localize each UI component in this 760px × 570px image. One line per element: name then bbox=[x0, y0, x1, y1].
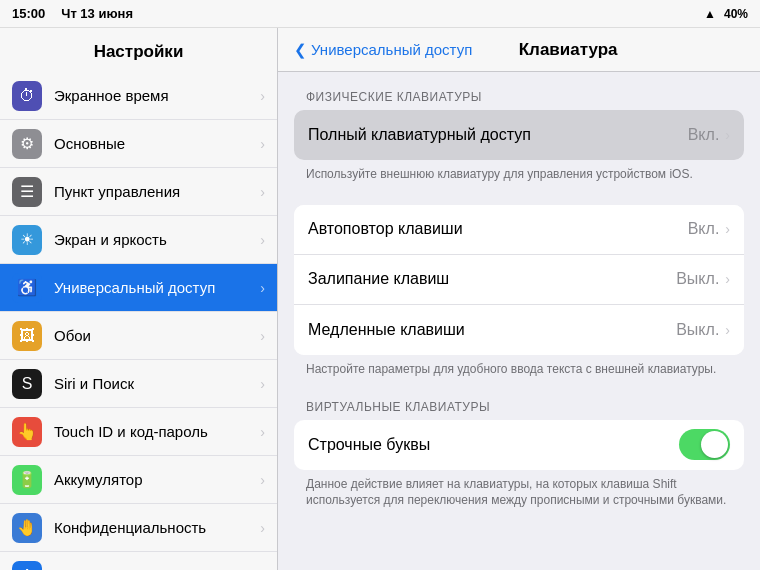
nav-back-button[interactable]: ❮ Универсальный доступ bbox=[294, 41, 472, 59]
content-area: ❮ Универсальный доступ Клавиатура ФИЗИЧЕ… bbox=[278, 28, 760, 570]
toggle-knob-lowercase bbox=[701, 431, 728, 458]
chevron-right-icon: › bbox=[725, 271, 730, 287]
privacy-icon: 🤚 bbox=[12, 513, 42, 543]
section-header-physical: ФИЗИЧЕСКИЕ КЛАВИАТУРЫ bbox=[294, 90, 744, 110]
siri-icon: S bbox=[12, 369, 42, 399]
main-layout: Настройки ⏱Экранное время›⚙Основные›☰Пун… bbox=[0, 28, 760, 570]
sidebar-item-wallpaper[interactable]: 🖼Обои› bbox=[0, 312, 277, 360]
section-body-physical2: Автоповтор клавишиВкл.›Залипание клавишВ… bbox=[294, 205, 744, 355]
sidebar-item-accessibility[interactable]: ♿Универсальный доступ› bbox=[0, 264, 277, 312]
sidebar: Настройки ⏱Экранное время›⚙Основные›☰Пун… bbox=[0, 28, 278, 570]
wallpaper-icon: 🖼 bbox=[12, 321, 42, 351]
sidebar-item-label-screentime: Экранное время bbox=[54, 87, 260, 104]
sidebar-item-label-wallpaper: Обои bbox=[54, 327, 260, 344]
sidebar-item-label-general: Основные bbox=[54, 135, 260, 152]
chevron-right-icon: › bbox=[260, 280, 265, 296]
chevron-right-icon: › bbox=[260, 328, 265, 344]
chevron-right-icon: › bbox=[260, 88, 265, 104]
controlcenter-icon: ☰ bbox=[12, 177, 42, 207]
sidebar-item-general[interactable]: ⚙Основные› bbox=[0, 120, 277, 168]
battery-status: 40% bbox=[724, 7, 748, 21]
settings-row-sticky[interactable]: Залипание клавишВыкл.› bbox=[294, 255, 744, 305]
status-date: Чт 13 июня bbox=[61, 6, 133, 21]
battery-icon: 🔋 bbox=[12, 465, 42, 495]
settings-content: ФИЗИЧЕСКИЕ КЛАВИАТУРЫПолный клавиатурный… bbox=[278, 72, 760, 570]
row-label-sticky: Залипание клавиш bbox=[308, 270, 676, 288]
row-value-sticky: Выкл. bbox=[676, 270, 719, 288]
status-time: 15:00 bbox=[12, 6, 45, 21]
chevron-right-icon: › bbox=[725, 322, 730, 338]
section-body-virtual: Строчные буквы bbox=[294, 420, 744, 470]
sidebar-item-display[interactable]: ☀Экран и яркость› bbox=[0, 216, 277, 264]
settings-row-autorepeat[interactable]: Автоповтор клавишиВкл.› bbox=[294, 205, 744, 255]
sidebar-item-siri[interactable]: SSiri и Поиск› bbox=[0, 360, 277, 408]
touchid-icon: 👆 bbox=[12, 417, 42, 447]
settings-row-fullkeyboard[interactable]: Полный клавиатурный доступВкл.› bbox=[294, 110, 744, 160]
chevron-right-icon: › bbox=[260, 472, 265, 488]
sidebar-title: Настройки bbox=[0, 28, 277, 72]
toggle-lowercase[interactable] bbox=[679, 429, 730, 460]
row-label-slow: Медленные клавиши bbox=[308, 321, 676, 339]
nav-back-label: Универсальный доступ bbox=[311, 41, 472, 58]
settings-row-slow[interactable]: Медленные клавишиВыкл.› bbox=[294, 305, 744, 355]
sidebar-item-screentime[interactable]: ⏱Экранное время› bbox=[0, 72, 277, 120]
section-footer-virtual: Данное действие влияет на клавиатуры, на… bbox=[294, 470, 744, 524]
accessibility-icon: ♿ bbox=[12, 273, 42, 303]
settings-row-lowercase[interactable]: Строчные буквы bbox=[294, 420, 744, 470]
row-label-autorepeat: Автоповтор клавиши bbox=[308, 220, 688, 238]
status-right: ▲ 40% bbox=[704, 7, 748, 21]
chevron-right-icon: › bbox=[260, 424, 265, 440]
status-bar: 15:00 Чт 13 июня ▲ 40% bbox=[0, 0, 760, 28]
sidebar-item-battery[interactable]: 🔋Аккумулятор› bbox=[0, 456, 277, 504]
sidebar-item-label-accessibility: Универсальный доступ bbox=[54, 279, 260, 296]
row-value-fullkeyboard: Вкл. bbox=[688, 126, 720, 144]
chevron-right-icon: › bbox=[260, 136, 265, 152]
screentime-icon: ⏱ bbox=[12, 81, 42, 111]
row-label-lowercase: Строчные буквы bbox=[308, 436, 679, 454]
section-physical: ФИЗИЧЕСКИЕ КЛАВИАТУРЫПолный клавиатурный… bbox=[294, 90, 744, 197]
sidebar-list: ⏱Экранное время›⚙Основные›☰Пункт управле… bbox=[0, 72, 277, 570]
row-label-fullkeyboard: Полный клавиатурный доступ bbox=[308, 126, 688, 144]
sidebar-item-label-privacy: Конфиденциальность bbox=[54, 519, 260, 536]
chevron-right-icon: › bbox=[260, 376, 265, 392]
chevron-right-icon: › bbox=[260, 232, 265, 248]
chevron-right-icon: › bbox=[260, 184, 265, 200]
sidebar-item-label-battery: Аккумулятор bbox=[54, 471, 260, 488]
sidebar-item-label-siri: Siri и Поиск bbox=[54, 375, 260, 392]
appstore-icon: A bbox=[12, 561, 42, 571]
sidebar-item-controlcenter[interactable]: ☰Пункт управления› bbox=[0, 168, 277, 216]
chevron-right-icon: › bbox=[725, 221, 730, 237]
nav-bar: ❮ Универсальный доступ Клавиатура bbox=[278, 28, 760, 72]
row-value-autorepeat: Вкл. bbox=[688, 220, 720, 238]
sidebar-item-touchid[interactable]: 👆Touch ID и код-пароль› bbox=[0, 408, 277, 456]
chevron-right-icon: › bbox=[725, 127, 730, 143]
section-header-virtual: ВИРТУАЛЬНЫЕ КЛАВИАТУРЫ bbox=[294, 400, 744, 420]
nav-title: Клавиатура bbox=[519, 40, 618, 60]
section-footer-physical2: Настройте параметры для удобного ввода т… bbox=[294, 355, 744, 392]
section-footer-physical: Используйте внешнюю клавиатуру для управ… bbox=[294, 160, 744, 197]
sidebar-item-privacy[interactable]: 🤚Конфиденциальность› bbox=[0, 504, 277, 552]
general-icon: ⚙ bbox=[12, 129, 42, 159]
section-physical2: Автоповтор клавишиВкл.›Залипание клавишВ… bbox=[294, 205, 744, 392]
display-icon: ☀ bbox=[12, 225, 42, 255]
sidebar-item-label-display: Экран и яркость bbox=[54, 231, 260, 248]
sidebar-item-label-controlcenter: Пункт управления bbox=[54, 183, 260, 200]
row-value-slow: Выкл. bbox=[676, 321, 719, 339]
section-body-physical: Полный клавиатурный доступВкл.› bbox=[294, 110, 744, 160]
chevron-left-icon: ❮ bbox=[294, 41, 307, 59]
section-virtual: ВИРТУАЛЬНЫЕ КЛАВИАТУРЫСтрочные буквыДанн… bbox=[294, 400, 744, 524]
wifi-icon: ▲ bbox=[704, 7, 716, 21]
status-left: 15:00 Чт 13 июня bbox=[12, 6, 133, 21]
chevron-right-icon: › bbox=[260, 520, 265, 536]
sidebar-item-label-touchid: Touch ID и код-пароль bbox=[54, 423, 260, 440]
sidebar-item-appstore[interactable]: AiTunes Store и App Store› bbox=[0, 552, 277, 570]
